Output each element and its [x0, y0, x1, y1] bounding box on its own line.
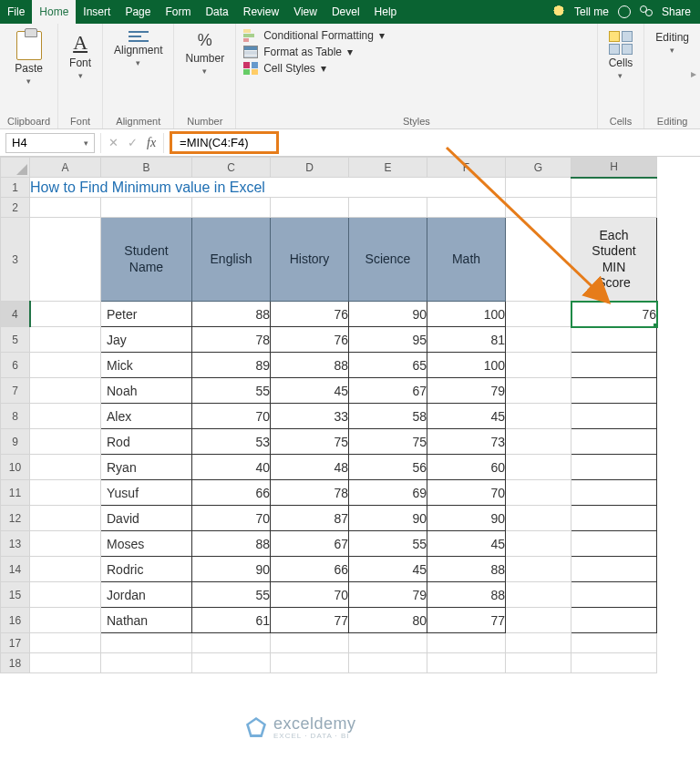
cell[interactable]: Jay — [101, 327, 192, 353]
cell[interactable] — [571, 582, 657, 608]
cell[interactable]: 45 — [349, 557, 427, 582]
cell[interactable] — [571, 429, 657, 455]
cell[interactable]: Nathan — [101, 608, 192, 633]
cell[interactable] — [506, 653, 571, 673]
cell[interactable]: 40 — [192, 455, 271, 480]
cell[interactable]: 77 — [427, 608, 506, 633]
cell[interactable]: 80 — [349, 608, 427, 633]
cell[interactable]: Moses — [101, 531, 192, 557]
cell[interactable] — [571, 653, 657, 673]
cell[interactable]: Rodric — [101, 557, 192, 582]
row-8[interactable]: 8 — [1, 404, 30, 429]
tab-help[interactable]: Help — [367, 0, 405, 24]
cell[interactable]: 33 — [271, 404, 349, 429]
cell[interactable] — [271, 653, 349, 673]
col-A[interactable]: A — [30, 158, 101, 178]
cell[interactable] — [571, 480, 657, 506]
cell[interactable] — [571, 633, 657, 653]
col-F[interactable]: F — [427, 158, 506, 178]
cell[interactable] — [506, 582, 571, 608]
cell[interactable]: 66 — [271, 557, 349, 582]
row-14[interactable]: 14 — [1, 557, 30, 582]
col-D[interactable]: D — [271, 158, 349, 178]
cell[interactable] — [506, 480, 571, 506]
cell[interactable] — [30, 198, 101, 218]
cell[interactable]: Peter — [101, 302, 192, 327]
cancel-icon[interactable]: ✕ — [108, 136, 118, 149]
row-17[interactable]: 17 — [1, 633, 30, 653]
row-1[interactable]: 1 — [1, 178, 30, 198]
row-9[interactable]: 9 — [1, 429, 30, 455]
tab-page[interactable]: Page — [118, 0, 158, 24]
share-button[interactable]: Share — [662, 5, 691, 18]
tab-home[interactable]: Home — [32, 0, 76, 24]
cell[interactable] — [349, 198, 427, 218]
number-button[interactable]: % Number ▾ — [181, 29, 228, 77]
cell[interactable]: 76 — [271, 302, 349, 327]
cell[interactable]: 100 — [427, 302, 506, 327]
cell[interactable] — [192, 633, 271, 653]
cell[interactable]: 87 — [271, 506, 349, 531]
cell[interactable]: 53 — [192, 429, 271, 455]
cell[interactable] — [571, 455, 657, 480]
cell[interactable] — [271, 633, 349, 653]
cell[interactable] — [427, 198, 506, 218]
cell[interactable]: 67 — [349, 378, 427, 404]
fx-icon[interactable]: fx — [147, 136, 156, 150]
cell[interactable] — [506, 327, 571, 353]
cell[interactable]: 75 — [349, 429, 427, 455]
column-headers[interactable]: A B C D E F G H — [1, 158, 657, 178]
cell[interactable] — [571, 531, 657, 557]
cell[interactable] — [101, 198, 192, 218]
cell[interactable]: David — [101, 506, 192, 531]
col-G[interactable]: G — [506, 158, 571, 178]
cell[interactable]: 73 — [427, 429, 506, 455]
cell[interactable]: 77 — [271, 608, 349, 633]
cell[interactable]: 48 — [271, 455, 349, 480]
cell[interactable]: 78 — [192, 327, 271, 353]
cell[interactable]: 67 — [271, 531, 349, 557]
cell[interactable] — [506, 178, 571, 198]
cell[interactable] — [506, 455, 571, 480]
cell[interactable] — [571, 327, 657, 353]
chevron-down-icon[interactable]: ▾ — [84, 139, 88, 148]
cell[interactable] — [506, 302, 571, 327]
row-6[interactable]: 6 — [1, 353, 30, 378]
alignment-button[interactable]: Alignment ▾ — [110, 29, 166, 69]
cell[interactable]: 70 — [271, 582, 349, 608]
col-H[interactable]: H — [571, 158, 657, 178]
tell-me-search[interactable]: Tell me — [574, 5, 609, 18]
cell[interactable] — [571, 353, 657, 378]
cell[interactable] — [506, 531, 571, 557]
row-11[interactable]: 11 — [1, 480, 30, 506]
cell[interactable]: 78 — [271, 480, 349, 506]
cell[interactable] — [30, 218, 101, 302]
tab-review[interactable]: Review — [236, 0, 286, 24]
cell[interactable]: Alex — [101, 404, 192, 429]
row-12[interactable]: 12 — [1, 506, 30, 531]
cell[interactable] — [30, 633, 101, 653]
cell[interactable] — [30, 480, 101, 506]
cell[interactable] — [506, 378, 571, 404]
cell[interactable]: 76 — [271, 327, 349, 353]
cell[interactable] — [30, 557, 101, 582]
cell[interactable]: 88 — [271, 353, 349, 378]
cell[interactable]: 90 — [349, 302, 427, 327]
cell[interactable]: 90 — [192, 557, 271, 582]
cell[interactable] — [571, 378, 657, 404]
cell[interactable] — [506, 404, 571, 429]
cell[interactable]: 76 — [571, 302, 657, 327]
formula-input[interactable]: =MIN(C4:F4) — [164, 133, 700, 153]
cell[interactable] — [192, 653, 271, 673]
cell[interactable] — [571, 404, 657, 429]
cell[interactable]: Science — [349, 218, 427, 302]
cell[interactable]: How to Find Minimum value in Excel — [30, 178, 506, 198]
font-button[interactable]: A Font ▾ — [66, 29, 95, 82]
col-C[interactable]: C — [192, 158, 271, 178]
cell[interactable]: Rod — [101, 429, 192, 455]
cell[interactable]: 55 — [349, 531, 427, 557]
row-15[interactable]: 15 — [1, 582, 30, 608]
cell[interactable]: 79 — [427, 378, 506, 404]
cell[interactable] — [101, 653, 192, 673]
cell[interactable] — [427, 653, 506, 673]
